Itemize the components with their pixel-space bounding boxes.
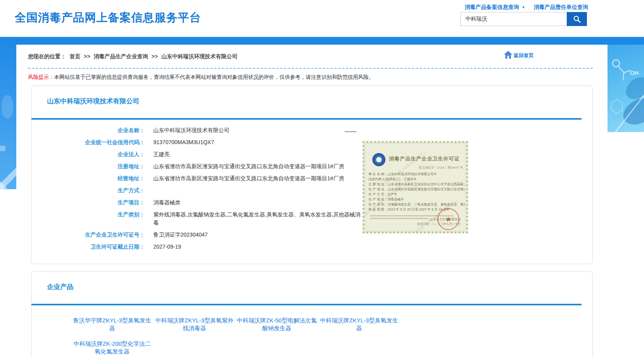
certificate-scan-mark xyxy=(345,131,356,132)
field-value: 紫外线消毒器,次氯酸钠发生器,二氧化氯发生器,臭氧发生器、臭氧水发生器,其他器械… xyxy=(153,211,361,227)
field-row: 企业法人： 王建亮 xyxy=(31,150,365,158)
product-link[interactable]: 中科瑞沃牌ZK-50型电解法次氯酸钠发生器 xyxy=(236,317,318,332)
top-blue-bar xyxy=(0,37,644,45)
certificate-line: 生 产 地 址：山东省潍坊市高新区潍安路与宝通街交叉路口东北角自动变速器一期项目… xyxy=(368,187,465,192)
products-card: 企业产品 鲁沃华宇牌ZKYL-3型臭氧发生器 中科瑞沃牌ZKYL-3型臭氧紫外线… xyxy=(31,271,593,357)
left-band-blob xyxy=(2,95,13,118)
page: 全国消毒产品网上备案信息服务平台 消毒产品备案信息查询 ▼ 消毒产品责任单位查询… xyxy=(0,0,644,357)
field-label: 企业统一社会信用代码： xyxy=(31,138,145,146)
field-row: 注册地址： 山东省潍坊市高新区潍安路与宝通街交叉路口东北角自动变速器一期项目1#… xyxy=(31,162,365,171)
field-label: 企业名称： xyxy=(31,126,145,134)
field-value: 消毒器械类 xyxy=(153,199,181,207)
risk-notice: 风险提示：本网站仅基于已掌握的信息提供查询服务，查询结果不代表本网站对被查询对象… xyxy=(28,73,374,81)
certificate-line: 单 位 名 称：山东中科瑞沃环境技术有限公司※ xyxy=(368,172,465,177)
field-row: 生产项目： 消毒器械类 xyxy=(31,199,365,207)
certificate-line: 生 产 方 式：生产※ xyxy=(368,192,465,197)
field-value: 山东省潍坊市高新区潍安路与宝通街交叉路口东北角自动变速器一期项目1#厂房 xyxy=(153,162,344,171)
field-value: 2027-09-19 xyxy=(153,243,181,251)
site-title: 全国消毒产品网上备案信息服务平台 xyxy=(15,10,201,26)
field-row: 生产企业卫生许可证号： 鲁卫消证字202304047 xyxy=(31,231,365,239)
field-label: 生产方式： xyxy=(31,186,145,195)
company-card-title: 山东中科瑞沃环境技术有限公司 xyxy=(47,97,139,106)
health-emblem-icon xyxy=(372,153,385,166)
risk-text: 本网站仅基于已掌握的信息提供查询服务，查询结果不代表本网站对被查询对象信用状况的… xyxy=(54,74,374,80)
field-value: 山东中科瑞沃环境技术有限公司 xyxy=(153,126,229,134)
company-fields: 企业名称： 山东中科瑞沃环境技术有限公司 企业统一社会信用代码： 9137070… xyxy=(31,126,365,255)
dashed-divider xyxy=(28,68,593,69)
certificate-fine-print xyxy=(370,218,428,219)
field-row: 企业名称： 山东中科瑞沃环境技术有限公司 xyxy=(31,126,365,134)
field-value: 山东省潍坊市高新区潍安路与宝通街交叉路口东北角自动变速器一期项目1#厂房 xyxy=(153,174,344,183)
back-home-link[interactable]: 返回首页 xyxy=(503,51,534,59)
field-value: 鲁卫消证字202304047 xyxy=(153,231,208,239)
nav-responsible-query-link[interactable]: 消毒产品责任单位查询 xyxy=(534,4,588,11)
certificate-line: 法定代表人(或负责人)：王建亮※ xyxy=(368,177,465,182)
field-label: 卫生许可证截止日期： xyxy=(31,243,145,251)
chevron-down-icon: ▼ xyxy=(522,5,525,9)
certificate-number: 鲁卫消证字（2023）第04047 号 xyxy=(419,165,463,170)
risk-label: 风险提示： xyxy=(28,74,54,80)
breadcrumb: 您现在的位置： 首页 >> 消毒产品生产企业查询 >> 山东中科瑞沃环境技术有限… xyxy=(28,53,238,60)
products-card-title: 企业产品 xyxy=(47,282,73,291)
field-row: 经营地址： 山东省潍坊市高新区潍安路与宝通街交叉路口东北角自动变速器一期项目1#… xyxy=(31,174,365,183)
nav-backup-query-link[interactable]: 消毒产品备案信息查询 ▼ xyxy=(465,4,525,11)
main-container: 您现在的位置： 首页 >> 消毒产品生产企业查询 >> 山东中科瑞沃环境技术有限… xyxy=(16,45,608,357)
red-seal-stamp: ★ xyxy=(437,208,459,230)
field-label: 生产项目： xyxy=(31,199,145,207)
field-row: 生产类别： 紫外线消毒器,次氯酸钠发生器,二氧化氯发生器,臭氧发生器、臭氧水发生… xyxy=(31,211,365,227)
field-label: 经营地址： xyxy=(31,174,145,183)
company-card: 山东中科瑞沃环境技术有限公司 企业名称： 山东中科瑞沃环境技术有限公司 企业统一… xyxy=(31,85,593,264)
seal-star-icon: ★ xyxy=(445,215,451,223)
field-value: 王建亮 xyxy=(153,150,170,158)
card-title-rule xyxy=(31,118,582,120)
product-link[interactable]: 中科瑞沃牌ZK-200型化学法二氧化氯发生器 xyxy=(71,340,153,355)
top-nav: 消毒产品备案信息查询 ▼ 消毒产品责任单位查询 xyxy=(465,4,588,11)
breadcrumb-home-link[interactable]: 首页 xyxy=(69,53,80,60)
field-label: 生产类别： xyxy=(31,211,145,227)
breadcrumb-prefix: 您现在的位置： xyxy=(28,53,66,60)
molecule-leaf-graphic: OH xyxy=(608,45,644,132)
search-input[interactable] xyxy=(460,12,567,26)
certificate-line: 生 产 项 目：消毒器械※ xyxy=(368,197,465,202)
home-icon xyxy=(503,51,513,59)
field-value: 91370700MA3M3U1QX7 xyxy=(153,138,214,146)
certificate-line: 注 册 地 址：山东省潍坊高新区玉清东街以北中心次干道以西高新大厦902号科研楼 xyxy=(368,182,465,187)
nav-backup-query-label: 消毒产品备案信息查询 xyxy=(465,4,519,11)
right-background-photo: OH xyxy=(608,45,644,132)
search-icon xyxy=(572,14,582,24)
molecule-oh-label: OH xyxy=(630,70,639,76)
search-button[interactable] xyxy=(567,12,587,26)
product-link[interactable]: 鲁沃华宇牌ZKYL-3型臭氧发生器 xyxy=(71,317,153,332)
certificate-title: 消毒产品生产企业卫生许可证 xyxy=(389,155,460,162)
back-home-label: 返回首页 xyxy=(514,52,534,59)
field-row: 生产方式： xyxy=(31,186,365,195)
breadcrumb-section-link[interactable]: 消毒产品生产企业查询 xyxy=(94,53,148,60)
field-row: 企业统一社会信用代码： 91370700MA3M3U1QX7 xyxy=(31,138,365,146)
breadcrumb-separator: >> xyxy=(84,53,90,60)
search-box xyxy=(460,12,587,26)
field-row: 卫生许可证截止日期： 2027-09-19 xyxy=(31,243,365,251)
certificate-details: 单 位 名 称：山东中科瑞沃环境技术有限公司※ 法定代表人(或负责人)：王建亮※… xyxy=(368,172,465,212)
product-link[interactable]: 中科瑞沃牌ZKYL-3型臭氧发生器 xyxy=(318,317,400,332)
product-row: 中科瑞沃牌ZK-200型化学法二氧化氯发生器 xyxy=(71,340,420,355)
product-row: 鲁沃华宇牌ZKYL-3型臭氧发生器 中科瑞沃牌ZKYL-3型臭氧紫外线消毒器 中… xyxy=(71,317,420,332)
health-emblem-core xyxy=(375,156,383,164)
certificate-line: 生 产 类 别：次氯酸钠发生器、二氧化氯发生器、臭氧发生器、紫外线消毒器 xyxy=(368,202,465,207)
card-title-rule xyxy=(31,304,582,305)
left-band-square xyxy=(0,146,5,151)
field-label: 企业法人： xyxy=(31,150,145,158)
license-certificate-image: 全国消毒产品网上备案信息服务平台 全国消毒产品网上备案信息服务平台 全国消毒产品… xyxy=(363,141,468,233)
breadcrumb-current: 山东中科瑞沃环境技术有限公司 xyxy=(161,53,238,60)
left-background-graphic xyxy=(0,37,16,189)
product-link[interactable]: 中科瑞沃牌ZKYL-3型臭氧紫外线消毒器 xyxy=(153,317,236,332)
field-label: 生产企业卫生许可证号： xyxy=(31,231,145,239)
breadcrumb-separator: >> xyxy=(151,53,158,60)
field-label: 注册地址： xyxy=(31,162,145,171)
